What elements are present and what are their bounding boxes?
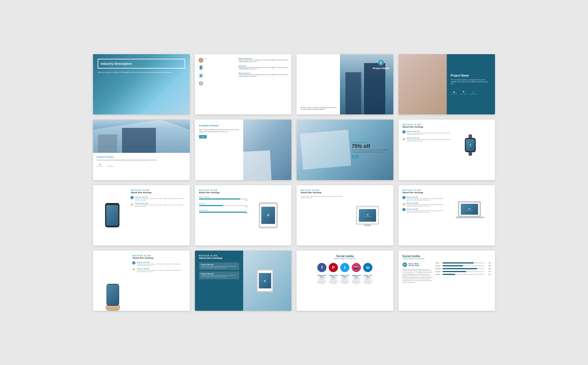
social-icons-row: f P t 📷 in (301, 263, 389, 272)
bar-name-16-5: LinkedIn (435, 274, 441, 275)
slide-3-title: Project Name (373, 67, 389, 70)
icon-music-bottom: ♪ Lorem Ipsum (107, 163, 113, 167)
slide-8-features: Features title #01 There are many variat… (403, 130, 451, 143)
bar-fill-16-4 (442, 271, 466, 272)
monitor-shape: G Business Graph (356, 206, 379, 225)
social-label-2-desc: There are many variations of passages of… (329, 278, 338, 284)
slide-1-industry: Industry Description We are on mission t… (93, 54, 190, 114)
slide-13-f2-text: Features title #02 There are many variat… (137, 268, 184, 272)
mobile-icon (198, 65, 204, 70)
social-linkedin: in (363, 263, 372, 272)
bar-track-16-3 (442, 268, 484, 269)
bar-pct-3: 98% (199, 213, 248, 214)
bar-pct-16-2: 49% (486, 265, 491, 267)
social-twitter: t (340, 263, 349, 272)
slide-4-project-portrait: Project Name There are many variations o… (399, 54, 495, 114)
bar-track-16-5 (442, 274, 484, 275)
brush-overlay (93, 120, 190, 153)
slide-11-heading: MOCKUP SLIDE (301, 189, 343, 191)
slide-9-f1-desc: There are many variations of passages of… (135, 198, 184, 201)
feature-1-text: Features title #01 There are many variat… (407, 130, 451, 135)
svg-point-3 (200, 74, 202, 77)
role-1: " (198, 58, 236, 63)
slide-12-f2: Features title #02 There are many variat… (403, 202, 447, 207)
slide-6-photo (243, 120, 291, 180)
portrait-photo (399, 54, 452, 114)
icon-label-3: Lorem Ipsum (470, 93, 476, 95)
slide-12-heading: MOCKUP SLIDE (403, 189, 447, 191)
slide-7-more-btn[interactable]: more (352, 155, 359, 158)
diamond-icon-1 (402, 130, 406, 134)
slide-9-heading: MOCKUP SLIDE (131, 189, 184, 191)
tablet-hand-logo: G (264, 279, 266, 282)
icon-item-3: ♪ Lorem Ipsum (470, 90, 476, 95)
slide-12-f2-text: Features title #02 There are many variat… (407, 202, 447, 207)
phone-screen (106, 205, 118, 226)
slide-11-content: MOCKUP SLIDE About this mockup There are… (301, 189, 343, 200)
slide-6-more-btn[interactable]: more (199, 135, 207, 138)
icon-cloud-bottom: ☁ Lorem Ipsum (96, 163, 103, 167)
laptop-inner: G Business Graph (461, 204, 478, 215)
slide-12-f1-text: Features title #01 There are many variat… (407, 196, 447, 201)
music-icon: ♪ (109, 163, 111, 165)
bar-pct-1: 85% (199, 200, 248, 201)
slide-4-body: There are many variations of passages of… (451, 79, 491, 85)
slide-9-feature-1: Features title #01 There are many variat… (131, 196, 184, 201)
hand-phone-shape (107, 284, 119, 306)
slide-5-icons: ☁ Lorem Ipsum ♪ Lorem Ipsum (96, 163, 186, 167)
slide-12-f3-text: Features title #03 There are many variat… (407, 208, 447, 213)
slide-16-subtitle: Type the subtitle of your great here (403, 258, 491, 259)
svg-point-0 (200, 58, 202, 60)
slide-5-body: There are many variations of lorem ipsum… (96, 159, 186, 161)
slide-4-photo (399, 54, 452, 114)
slide-7-content: Creative Picture 75% off There are many … (352, 141, 390, 158)
bar-pct-16-1: 75% (486, 262, 491, 264)
svg-point-1 (199, 61, 203, 63)
bar-pct-16-5: 30% (486, 274, 491, 275)
bar-label-1: Mobile Developer (199, 196, 248, 198)
watch-sub: Business (469, 146, 472, 147)
slide-1-body: We are on mission to revolution the hosp… (98, 71, 185, 74)
icon-label-1: Lorem Ipsum (451, 93, 457, 95)
slide-14-heading: MOCKUP SLIDE (199, 255, 239, 257)
feature-2: Features title #02 There are many variat… (403, 137, 451, 142)
slide-9-feature-1-text: Features title #01 There are many variat… (135, 196, 184, 201)
social-instagram: 📷 (352, 263, 361, 272)
tablet-hand-visual: G (238, 251, 291, 311)
social-label-4: INSERT TITLE HERE There are many variati… (352, 275, 361, 284)
bar-name-16-1: Twitter (435, 262, 441, 264)
slide-3-logo: G (378, 60, 384, 66)
tablet-hand-inner: G (259, 273, 271, 288)
slide-12-f3: Features title #03 There are many variat… (403, 208, 447, 213)
creative-photo (243, 120, 291, 180)
slide-14-item-2-desc: There are many variations of passages of… (201, 275, 237, 278)
slide-16-logo-area: G SOCIAL MEDIASPECIAL SLIDE (403, 262, 432, 267)
bar-track-16-2 (442, 265, 484, 266)
triangle-icon-9-2 (131, 202, 134, 205)
slide-13-heading: MOCKUP SLIDE (132, 255, 184, 257)
triangle-icon-2 (403, 137, 405, 140)
slide-4-title: Project Name (451, 74, 491, 77)
slide-12-f1: Features title #01 There are many variat… (403, 196, 447, 201)
slide-16-social-media-bars: Social media Type the subtitle of your g… (399, 251, 495, 311)
role-web-desc: There are many variations of passages of… (239, 74, 288, 77)
social-label-5-desc: There are many variations of passages of… (363, 278, 372, 284)
slide-13-subheading: About this mockup (132, 257, 184, 259)
laptop-logo: G (469, 207, 470, 210)
slide-13-f2-desc: There are many variations of passages of… (137, 270, 184, 272)
role-marketing-text: Marketing There are many variations of p… (239, 65, 288, 70)
role-web-text: Web Developer There are many variations … (239, 72, 288, 77)
slide-7-brush (300, 130, 351, 170)
social-label-5: INSERT TITLE HERE There are many variati… (363, 275, 372, 284)
phone-image (95, 191, 129, 239)
social-labels-row: INSERT TITLE HERE There are many variati… (301, 275, 389, 284)
slide-grid: Industry Description We are on mission t… (93, 54, 495, 311)
web-icon (198, 81, 204, 86)
slide-14-subheading: About this mockup (199, 257, 239, 259)
bar-track-16-1 (442, 262, 484, 263)
bar-label-3: Web Developer (199, 209, 248, 211)
slide-6-title: Creative Picture (199, 124, 244, 127)
slide-11-subheading: About this mockup (301, 191, 343, 194)
slide-10-subheading: About this mockup (199, 191, 248, 194)
diamond-icon-9-1 (130, 195, 134, 199)
